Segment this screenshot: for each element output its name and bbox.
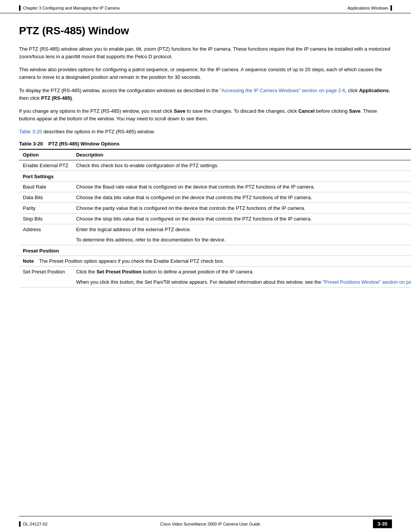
- option-cell: Data Bits: [19, 192, 72, 203]
- doc-number: OL-24127-02: [23, 522, 48, 526]
- table-row: When you click this button, the Set Pan/…: [19, 277, 411, 288]
- note-cell: Note The Preset Position option appears …: [19, 256, 411, 267]
- header-left: Chapter 3 Configuring and Managing the I…: [19, 5, 119, 11]
- description-cell: Choose the Baud rate value that is confi…: [72, 182, 411, 192]
- table-row: Data Bits Choose the data bits value tha…: [19, 192, 411, 203]
- paragraph-2: This window also provides options for co…: [19, 66, 392, 81]
- section-label: Applications Windows: [347, 6, 388, 10]
- section-label-port: Port Settings: [19, 171, 411, 182]
- description-cell: When you click this button, the Set Pan/…: [72, 277, 411, 288]
- option-cell: Stop Bits: [19, 214, 72, 224]
- options-table: Option Description Enable External PTZ C…: [19, 149, 411, 288]
- preset-positions-link[interactable]: "Preset Positions Window" section on pag…: [323, 279, 411, 285]
- set-preset-bold: Set Preset Position: [96, 269, 141, 275]
- cancel-bold: Cancel: [298, 108, 315, 114]
- table-row: To determine this address, refer to the …: [19, 235, 411, 245]
- save-bold: Save: [174, 108, 185, 114]
- note-label: Note: [23, 258, 34, 264]
- col-description-header: Description: [72, 149, 411, 160]
- page-number: 3-35: [373, 519, 392, 528]
- table-caption-title: PTZ (RS-485) Window Options: [48, 141, 119, 147]
- paragraph-3: To display the PTZ (RS-485) window, acce…: [19, 87, 392, 102]
- table-link[interactable]: Table 3-20: [19, 129, 42, 134]
- paragraph-4: If you change any options in the PTZ (RS…: [19, 107, 392, 123]
- applications-bold: Applications: [359, 88, 389, 93]
- footer-area: OL-24127-02 Cisco Video Surveillance 260…: [0, 516, 411, 532]
- table-row: Enable External PTZ Check this check box…: [19, 160, 411, 171]
- footer-center: Cisco Video Surveillance 2600 IP Camera …: [160, 522, 260, 526]
- table-row: Parity Choose the parity value that is c…: [19, 203, 411, 214]
- footer-content: OL-24127-02 Cisco Video Surveillance 260…: [0, 516, 411, 532]
- option-cell: Baud Rate: [19, 182, 72, 192]
- section-label-preset: Preset Position: [19, 245, 411, 256]
- save-bold-2: Save: [349, 108, 360, 114]
- table-header-row: Option Description: [19, 149, 411, 160]
- paragraph-1: The PTZ (RS-485) window allows you to en…: [19, 45, 392, 61]
- ptz-rs485-bold: PTZ (RS-485): [41, 95, 72, 101]
- page-header: Chapter 3 Configuring and Managing the I…: [0, 0, 411, 13]
- main-content: PTZ (RS-485) Window The PTZ (RS-485) win…: [0, 13, 411, 310]
- description-cell: To determine this address, refer to the …: [72, 235, 411, 245]
- description-cell: Enter the logical address of the externa…: [72, 224, 411, 235]
- header-bar-right-icon: [390, 5, 392, 11]
- option-cell: Enable External PTZ: [19, 160, 72, 171]
- paragraph-5: Table 3-20 describes the options in the …: [19, 128, 392, 136]
- table-row: Baud Rate Choose the Baud rate value tha…: [19, 182, 411, 192]
- table-caption-num: Table 3-20: [19, 141, 43, 147]
- footer-right: 3-35: [373, 519, 392, 528]
- description-cell: Choose the parity value that is configur…: [72, 203, 411, 214]
- table-caption: Table 3-20 PTZ (RS-485) Window Options: [19, 141, 392, 147]
- table-row: Address Enter the logical address of the…: [19, 224, 411, 235]
- note-row: Note The Preset Position option appears …: [19, 256, 411, 267]
- table-row: Set Preset Position Click the Set Preset…: [19, 267, 411, 277]
- table-row: Stop Bits Choose the stop bits value tha…: [19, 214, 411, 224]
- chapter-label: Chapter 3 Configuring and Managing the I…: [23, 6, 119, 10]
- page-title: PTZ (RS-485) Window: [19, 25, 392, 37]
- description-cell: Choose the stop bits value that is confi…: [72, 214, 411, 224]
- guide-title: Cisco Video Surveillance 2600 IP Camera …: [160, 522, 260, 526]
- footer-left: OL-24127-02: [19, 521, 48, 527]
- accessing-link[interactable]: "Accessing the IP Camera Windows" sectio…: [220, 88, 345, 93]
- description-cell: Check this check box to enable configura…: [72, 160, 411, 171]
- option-cell: Parity: [19, 203, 72, 214]
- header-right: Applications Windows: [347, 5, 392, 11]
- description-cell: Choose the data bits value that is confi…: [72, 192, 411, 203]
- option-cell: Set Preset Position: [19, 267, 72, 288]
- description-cell: Click the Set Preset Position button to …: [72, 267, 411, 277]
- option-cell: Address: [19, 224, 72, 245]
- footer-bar-icon: [19, 521, 21, 527]
- section-header-port-settings: Port Settings: [19, 171, 411, 182]
- section-header-preset-position: Preset Position: [19, 245, 411, 256]
- col-option-header: Option: [19, 149, 72, 160]
- italic-sequence: sequence: [176, 67, 198, 72]
- header-bar-icon: [19, 5, 21, 11]
